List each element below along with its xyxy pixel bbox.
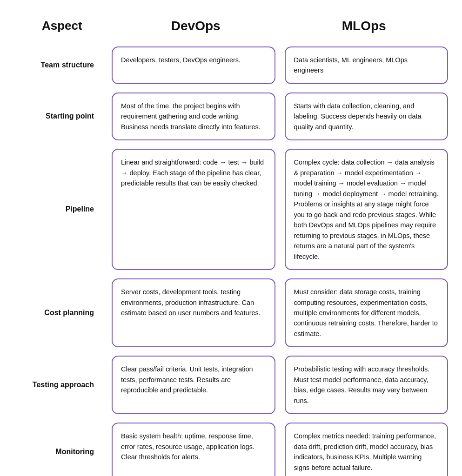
header-mlops: MLOps [280, 14, 449, 38]
table-row: PipelineLinear and straightforward: code… [9, 149, 453, 270]
devops-cell-4: Clear pass/fail criteria. Unit tests, in… [112, 356, 275, 414]
devops-cell-2: Linear and straightforward: code → test … [112, 149, 275, 270]
aspect-label-3: Cost planning [9, 278, 107, 347]
mlops-cell-4: Probabilistic testing with accuracy thre… [285, 356, 449, 414]
table-row: Testing approachClear pass/fail criteria… [9, 356, 453, 414]
devops-cell-5: Basic system health: uptime, response ti… [112, 423, 275, 476]
mlops-cell-5: Complex metrics needed: training perform… [285, 423, 449, 476]
devops-cell-3: Server costs, development tools, testing… [112, 278, 275, 347]
mlops-cell-3: Must consider: data storage costs, train… [285, 278, 449, 347]
aspect-label-0: Team structure [9, 46, 107, 84]
aspect-label-2: Pipeline [9, 149, 107, 270]
header-devops: DevOps [112, 14, 280, 38]
header-aspect: Aspect [14, 14, 112, 38]
comparison-table: Team structureDevelopers, testers, DevOp… [9, 46, 453, 476]
mlops-cell-0: Data scientists, ML engineers, MLOps eng… [285, 46, 449, 84]
table-row: Cost planningServer costs, development t… [9, 278, 453, 347]
devops-cell-0: Developers, testers, DevOps engineers. [112, 46, 275, 84]
table-row: MonitoringBasic system health: uptime, r… [9, 423, 453, 476]
table-row: Starting pointMost of the time, the proj… [9, 93, 453, 140]
table-row: Team structureDevelopers, testers, DevOp… [9, 46, 453, 84]
mlops-cell-2: Complex cycle: data collection → data an… [285, 149, 449, 270]
mlops-cell-1: Starts with data collection, cleaning, a… [285, 93, 449, 140]
table-header: Aspect DevOps MLOps [9, 14, 453, 38]
aspect-label-5: Monitoring [9, 423, 107, 476]
aspect-label-4: Testing approach [9, 356, 107, 414]
aspect-label-1: Starting point [9, 93, 107, 140]
devops-cell-1: Most of the time, the project begins wit… [112, 93, 275, 140]
